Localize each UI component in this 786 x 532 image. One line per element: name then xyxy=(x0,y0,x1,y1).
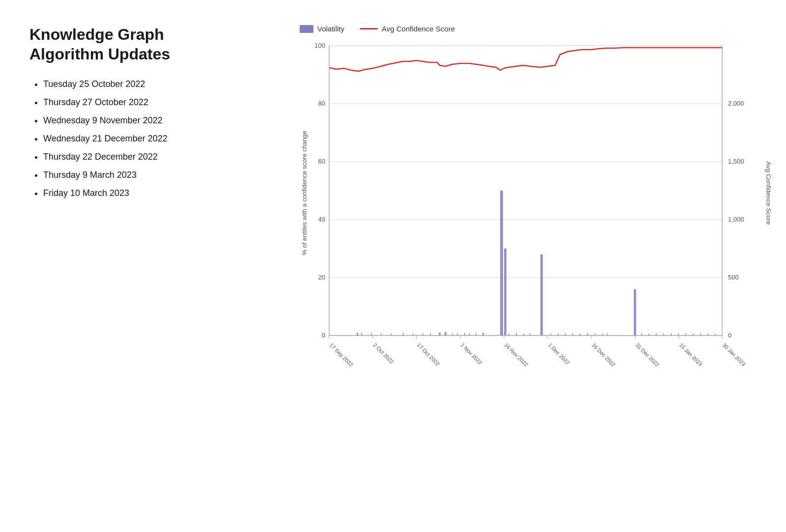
chart-area: Volatility Avg Confidence Score xyxy=(255,20,786,385)
svg-text:20: 20 xyxy=(318,274,325,281)
svg-text:% of entites with a confidence: % of entites with a confidence score cha… xyxy=(301,131,308,255)
svg-rect-51 xyxy=(445,332,447,336)
volatility-legend: Volatility xyxy=(300,25,344,33)
svg-text:0: 0 xyxy=(322,332,325,339)
svg-text:30 Jan 2023: 30 Jan 2023 xyxy=(722,342,747,367)
svg-text:17 Sep 2022: 17 Sep 2022 xyxy=(329,342,355,368)
svg-rect-57 xyxy=(482,333,484,336)
svg-text:Avg Confidence Score: Avg Confidence Score xyxy=(765,161,771,224)
svg-text:16 Nov 2022: 16 Nov 2022 xyxy=(504,342,530,368)
left-panel: Knowledge GraphAlgorithm Updates Tuesday… xyxy=(29,20,255,205)
list-item: Wednesday 21 December 2022 xyxy=(43,132,255,145)
svg-text:16 Dec 2022: 16 Dec 2022 xyxy=(591,342,617,368)
chart-wrapper: 0 20 40 60 80 100 0 500 1,000 1,500 2,00… xyxy=(300,41,771,385)
svg-text:1,500: 1,500 xyxy=(728,158,744,165)
svg-rect-1 xyxy=(329,46,722,336)
svg-text:1 Dec 2022: 1 Dec 2022 xyxy=(547,342,571,365)
svg-rect-59 xyxy=(504,249,506,336)
svg-rect-41 xyxy=(357,333,358,336)
svg-text:0: 0 xyxy=(728,332,731,339)
svg-text:2,000: 2,000 xyxy=(728,100,744,107)
confidence-line xyxy=(360,28,378,29)
svg-rect-50 xyxy=(439,333,441,336)
list-item: Tuesday 25 October 2022 xyxy=(43,78,255,91)
svg-text:500: 500 xyxy=(728,274,739,281)
svg-text:2 Oct 2022: 2 Oct 2022 xyxy=(372,342,395,365)
list-item: Wednesday 9 November 2022 xyxy=(43,114,255,127)
svg-text:60: 60 xyxy=(318,158,325,165)
svg-text:40: 40 xyxy=(318,216,325,223)
svg-text:15 Jan 2023: 15 Jan 2023 xyxy=(678,342,703,367)
svg-text:100: 100 xyxy=(314,42,325,49)
list-item: Thursday 9 March 2023 xyxy=(43,168,255,182)
list-item: Thursday 27 October 2022 xyxy=(43,96,255,109)
legend: Volatility Avg Confidence Score xyxy=(300,25,786,33)
confidence-label: Avg Confidence Score xyxy=(382,25,455,33)
page-title: Knowledge GraphAlgorithm Updates xyxy=(29,25,255,64)
svg-text:31 Dec 2022: 31 Dec 2022 xyxy=(635,342,661,368)
volatility-label: Volatility xyxy=(317,25,344,33)
main-chart: 0 20 40 60 80 100 0 500 1,000 1,500 2,00… xyxy=(300,41,771,385)
svg-text:1 Nov 2022: 1 Nov 2022 xyxy=(460,342,483,365)
svg-rect-58 xyxy=(500,191,503,336)
svg-text:80: 80 xyxy=(318,100,325,107)
list-item: Friday 10 March 2023 xyxy=(43,187,255,200)
svg-text:1,000: 1,000 xyxy=(728,216,744,223)
svg-text:17 Oct 2022: 17 Oct 2022 xyxy=(416,342,441,367)
volatility-color-box xyxy=(300,25,313,33)
list-item: Thursday 22 December 2022 xyxy=(43,150,255,164)
update-list: Tuesday 25 October 2022 Thursday 27 Octo… xyxy=(29,78,255,200)
confidence-legend: Avg Confidence Score xyxy=(360,25,455,33)
svg-rect-74 xyxy=(634,289,636,336)
svg-rect-64 xyxy=(540,254,543,336)
